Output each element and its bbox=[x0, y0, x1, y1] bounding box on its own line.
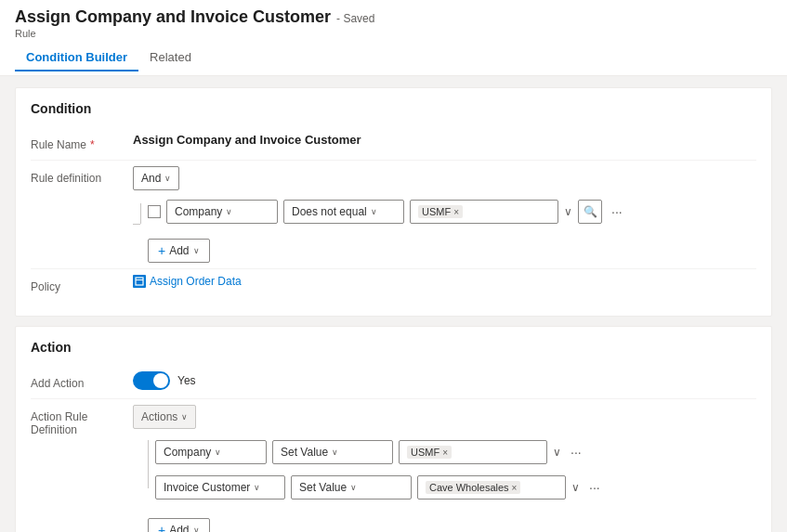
actions-dropdown[interactable]: Actions ∨ bbox=[133, 405, 196, 429]
action-rows-container: Company ∨ Set Value ∨ USMF bbox=[155, 440, 604, 505]
rule-name-value: Assign Company and Invoice Customer bbox=[133, 133, 756, 147]
rule-definition-row: Rule definition And ∨ bbox=[31, 161, 756, 269]
action-field-select-company[interactable]: Company ∨ bbox=[155, 440, 267, 464]
and-dropdown[interactable]: And ∨ bbox=[133, 166, 179, 190]
action-rule-definition-label: Action Rule Definition bbox=[31, 405, 133, 436]
condition-section: Condition Rule Name * Assign Company and… bbox=[15, 87, 772, 317]
rule-name-label: Rule Name * bbox=[31, 133, 133, 151]
more-icon: ··· bbox=[611, 204, 623, 219]
action-more-button-1[interactable]: ··· bbox=[567, 443, 585, 461]
action-tree-wrap: Company ∨ Set Value ∨ USMF bbox=[140, 440, 604, 505]
action-operator-chevron-2: ∨ bbox=[350, 483, 357, 492]
tree-lines bbox=[133, 203, 148, 225]
page-subtitle: Rule bbox=[15, 28, 772, 39]
action-rule-definition-value: Actions ∨ Company bbox=[133, 405, 756, 532]
action-field-chevron-1: ∨ bbox=[215, 448, 221, 457]
rule-definition-label: Rule definition bbox=[31, 166, 133, 185]
action-row-2: Invoice Customer ∨ Set Value ∨ Cave Who bbox=[155, 475, 604, 500]
condition-section-title: Condition bbox=[31, 101, 756, 116]
action-value-chevron-2[interactable]: ∨ bbox=[571, 481, 580, 494]
field-select-chevron: ∨ bbox=[226, 207, 232, 216]
action-tag-close-1[interactable]: × bbox=[442, 448, 448, 458]
action-section: Action Add Action Yes A bbox=[15, 326, 772, 532]
saved-badge: - Saved bbox=[336, 12, 374, 25]
action-operator-select-1[interactable]: Set Value ∨ bbox=[272, 440, 393, 464]
plus-icon: + bbox=[158, 243, 165, 258]
action-cave-tag: Cave Wholesales × bbox=[426, 481, 520, 494]
action-more-icon-1: ··· bbox=[571, 445, 582, 460]
page-container: Assign Company and Invoice Customer - Sa… bbox=[0, 0, 787, 532]
actions-dropdown-chevron: ∨ bbox=[181, 412, 188, 422]
add-action-toggle[interactable] bbox=[133, 371, 170, 390]
action-more-icon-2: ··· bbox=[589, 480, 600, 495]
policy-label: Policy bbox=[31, 275, 133, 293]
condition-tree-container: Company ∨ Does not equal ∨ bbox=[133, 200, 626, 229]
action-more-button-2[interactable]: ··· bbox=[585, 478, 604, 497]
tab-related[interactable]: Related bbox=[138, 45, 203, 71]
add-button-container: + Add ∨ bbox=[148, 233, 210, 263]
tab-condition-builder[interactable]: Condition Builder bbox=[15, 45, 138, 71]
rule-name-row: Rule Name * Assign Company and Invoice C… bbox=[31, 127, 756, 161]
tree-horizontal-line bbox=[133, 224, 148, 225]
add-action-row-button[interactable]: + Add ∨ bbox=[148, 518, 210, 532]
search-icon: 🔍 bbox=[584, 205, 597, 218]
operator-select-does-not-equal[interactable]: Does not equal ∨ bbox=[283, 200, 404, 224]
svg-rect-0 bbox=[136, 278, 143, 285]
action-value-tag-field-2: Cave Wholesales × bbox=[417, 475, 566, 500]
add-action-row: Add Action Yes bbox=[31, 366, 756, 399]
value-tag-field: USMF × bbox=[410, 200, 558, 224]
action-field-chevron-2: ∨ bbox=[254, 483, 260, 492]
policy-value: Assign Order Data bbox=[133, 275, 756, 288]
action-usmf-tag: USMF × bbox=[407, 446, 452, 459]
tree-vertical-line bbox=[140, 203, 141, 224]
add-chevron-icon: ∨ bbox=[193, 246, 200, 255]
main-content: Condition Rule Name * Assign Company and… bbox=[0, 76, 787, 532]
policy-link[interactable]: Assign Order Data bbox=[133, 275, 242, 288]
action-operator-chevron-1: ∨ bbox=[332, 448, 338, 457]
add-condition-button[interactable]: + Add ∨ bbox=[148, 239, 210, 263]
page-title: Assign Company and Invoice Customer bbox=[15, 7, 331, 27]
add-action-value: Yes bbox=[133, 371, 756, 390]
more-options-button[interactable]: ··· bbox=[608, 202, 626, 221]
operator-chevron: ∨ bbox=[371, 207, 377, 216]
action-row-1: Company ∨ Set Value ∨ USMF bbox=[155, 440, 604, 464]
policy-icon bbox=[133, 275, 146, 288]
add-action-label: Add Action bbox=[31, 371, 133, 390]
action-plus-icon: + bbox=[158, 523, 165, 532]
toggle-yes-label: Yes bbox=[177, 374, 196, 387]
field-select-company[interactable]: Company ∨ bbox=[166, 200, 278, 224]
action-tag-close-2[interactable]: × bbox=[512, 483, 518, 493]
toggle-container: Yes bbox=[133, 371, 196, 390]
tree-h-segment bbox=[133, 224, 140, 225]
add-action-button-container: + Add ∨ bbox=[148, 513, 210, 532]
tag-close-icon[interactable]: × bbox=[453, 207, 459, 217]
chevron-down-icon: ∨ bbox=[164, 174, 171, 183]
rule-definition-value: And ∨ bbox=[133, 166, 756, 263]
rule-name-text: Assign Company and Invoice Customer bbox=[133, 133, 361, 147]
condition-checkbox[interactable] bbox=[148, 205, 161, 218]
action-field-select-invoice[interactable]: Invoice Customer ∨ bbox=[155, 475, 285, 500]
action-value-tag-field-1: USMF × bbox=[399, 440, 547, 464]
action-rule-definition-row: Action Rule Definition Actions ∨ bbox=[31, 399, 756, 532]
action-tree-vert-container bbox=[140, 440, 155, 488]
action-add-chevron-icon: ∨ bbox=[193, 526, 200, 532]
action-operator-select-2[interactable]: Set Value ∨ bbox=[291, 475, 412, 500]
policy-row: Policy Assign Order Data bbox=[31, 269, 756, 303]
toggle-knob bbox=[153, 373, 168, 388]
required-indicator: * bbox=[90, 138, 95, 151]
action-tree-vert-line bbox=[148, 440, 149, 488]
action-value-chevron-1[interactable]: ∨ bbox=[553, 446, 561, 459]
page-header: Assign Company and Invoice Customer - Sa… bbox=[0, 0, 787, 76]
tabs-row: Condition Builder Related bbox=[15, 45, 772, 71]
search-button[interactable]: 🔍 bbox=[578, 200, 602, 224]
condition-row-1: Company ∨ Does not equal ∨ bbox=[148, 200, 626, 224]
value-chevron[interactable]: ∨ bbox=[564, 205, 572, 218]
action-section-title: Action bbox=[31, 340, 756, 355]
usmf-tag: USMF × bbox=[418, 205, 463, 218]
